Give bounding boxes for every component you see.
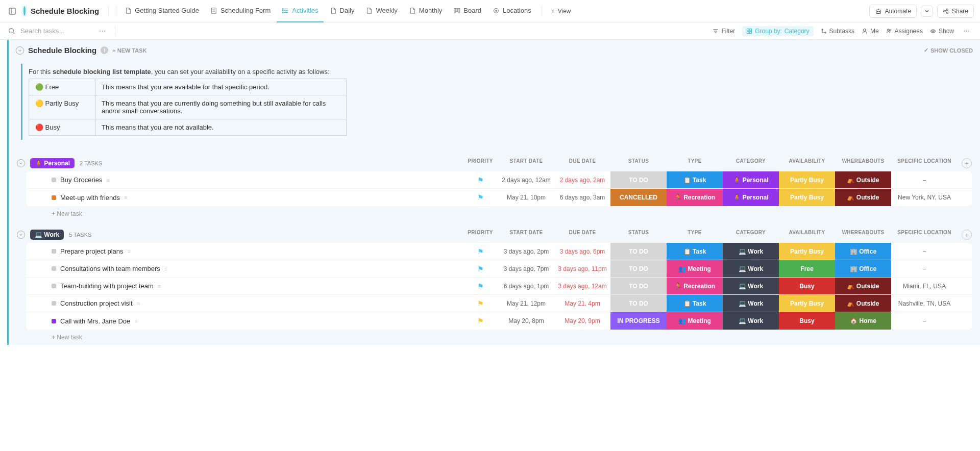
availability-cell[interactable]: Partly Busy	[779, 243, 835, 260]
start-date-cell[interactable]: 6 days ago, 1pm	[498, 278, 554, 294]
availability-cell[interactable]: Partly Busy	[779, 295, 835, 312]
due-date-cell[interactable]: 3 days ago, 11pm	[554, 260, 610, 277]
type-cell[interactable]: 📋 Task	[667, 171, 723, 188]
me-button[interactable]: Me	[862, 28, 879, 35]
collapse-group-button[interactable]	[17, 231, 25, 239]
location-cell[interactable]: –	[891, 243, 958, 260]
category-cell[interactable]: 🧍 Personal	[723, 171, 779, 188]
start-date-cell[interactable]: 3 days ago, 2pm	[498, 243, 554, 260]
due-date-cell[interactable]: May 21, 4pm	[554, 295, 610, 312]
whereabouts-cell[interactable]: 🏠 Home	[835, 312, 891, 330]
availability-cell[interactable]: Free	[779, 260, 835, 277]
task-menu-icon[interactable]: ≡	[137, 300, 140, 307]
tab-board[interactable]: Board	[448, 0, 486, 22]
tab-locations[interactable]: Locations	[487, 0, 536, 22]
search-options-button[interactable]: ⋯	[97, 27, 108, 35]
share-button[interactable]: Share	[937, 5, 974, 18]
task-row[interactable]: Team-building with project team≡⚑6 days …	[26, 278, 972, 295]
location-cell[interactable]: –	[891, 260, 958, 277]
status-square-icon[interactable]	[52, 284, 56, 288]
tab-getting-started-guide[interactable]: Getting Started Guide	[119, 0, 204, 22]
status-cell[interactable]: TO DO	[610, 295, 667, 312]
type-cell[interactable]: 📋 Task	[667, 243, 723, 260]
category-cell[interactable]: 🧍 Personal	[723, 189, 779, 206]
sidebar-toggle-icon[interactable]	[6, 5, 18, 17]
type-cell[interactable]: 📋 Task	[667, 295, 723, 312]
task-row[interactable]: Buy Groceries≡⚑2 days ago, 12am2 days ag…	[26, 171, 972, 189]
type-cell[interactable]: 🏃 Recreation	[667, 278, 723, 294]
automate-button[interactable]: Automate	[869, 5, 917, 18]
status-cell[interactable]: TO DO	[610, 243, 667, 260]
priority-cell[interactable]: ⚑	[462, 243, 498, 260]
category-cell[interactable]: 💻 Work	[723, 260, 779, 277]
workspace-logo[interactable]	[21, 5, 28, 17]
type-cell[interactable]: 🏃 Recreation	[667, 189, 723, 206]
due-date-cell[interactable]: 3 days ago, 6pm	[554, 243, 610, 260]
info-icon[interactable]: i	[101, 46, 108, 54]
header-new-task-button[interactable]: + NEW TASK	[112, 47, 146, 54]
groupby-button[interactable]: Group by: Category	[742, 26, 813, 36]
start-date-cell[interactable]: 3 days ago, 7pm	[498, 260, 554, 277]
status-square-icon[interactable]	[52, 319, 56, 323]
category-cell[interactable]: 💻 Work	[723, 243, 779, 260]
location-cell[interactable]: –	[891, 312, 958, 330]
assignees-button[interactable]: Assignees	[886, 28, 923, 35]
priority-cell[interactable]: ⚑	[462, 312, 498, 330]
task-menu-icon[interactable]: ≡	[128, 248, 131, 255]
add-view-button[interactable]: + View	[547, 5, 575, 17]
status-cell[interactable]: IN PROGRESS	[610, 312, 667, 330]
priority-cell[interactable]: ⚑	[462, 260, 498, 277]
whereabouts-cell[interactable]: ⛺ Outside	[835, 171, 891, 188]
whereabouts-cell[interactable]: ⛺ Outside	[835, 295, 891, 312]
whereabouts-cell[interactable]: 🏢 Office	[835, 243, 891, 260]
task-row[interactable]: Call with Mrs. Jane Doe≡⚑May 20, 8pmMay …	[26, 312, 972, 330]
tab-activities[interactable]: Activities	[277, 0, 323, 22]
task-row[interactable]: Construction project visit≡⚑May 21, 12pm…	[26, 295, 972, 312]
tab-monthly[interactable]: Monthly	[404, 0, 448, 22]
status-square-icon[interactable]	[52, 266, 56, 271]
availability-cell[interactable]: Busy	[779, 278, 835, 294]
start-date-cell[interactable]: May 21, 10pm	[498, 189, 554, 206]
priority-cell[interactable]: ⚑	[462, 189, 498, 206]
start-date-cell[interactable]: 2 days ago, 12am	[498, 171, 554, 188]
category-cell[interactable]: 💻 Work	[723, 295, 779, 312]
task-row[interactable]: Meet-up with friends≡⚑May 21, 10pm6 days…	[26, 189, 972, 206]
priority-cell[interactable]: ⚑	[462, 278, 498, 294]
category-cell[interactable]: 💻 Work	[723, 312, 779, 330]
start-date-cell[interactable]: May 20, 8pm	[498, 312, 554, 330]
location-cell[interactable]: New York, NY, USA	[891, 189, 958, 206]
location-cell[interactable]: Nashville, TN, USA	[891, 295, 958, 312]
task-menu-icon[interactable]: ≡	[158, 283, 161, 289]
task-menu-icon[interactable]: ≡	[106, 177, 109, 183]
whereabouts-cell[interactable]: ⛺ Outside	[835, 189, 891, 206]
task-row[interactable]: Prepare project plans≡⚑3 days ago, 2pm3 …	[26, 243, 972, 260]
status-cell[interactable]: TO DO	[610, 278, 667, 294]
availability-cell[interactable]: Partly Busy	[779, 189, 835, 206]
status-square-icon[interactable]	[52, 195, 56, 200]
task-menu-icon[interactable]: ≡	[164, 266, 167, 272]
status-cell[interactable]: TO DO	[610, 260, 667, 277]
new-task-button[interactable]: + New task	[26, 206, 977, 221]
collapse-group-button[interactable]	[17, 159, 25, 167]
type-cell[interactable]: 👥 Meeting	[667, 312, 723, 330]
search-input[interactable]	[20, 27, 92, 35]
location-cell[interactable]: –	[891, 171, 958, 188]
more-options-button[interactable]: ⋯	[961, 27, 972, 35]
tab-weekly[interactable]: Weekly	[360, 0, 402, 22]
status-square-icon[interactable]	[52, 301, 56, 306]
due-date-cell[interactable]: 3 days ago, 12am	[554, 278, 610, 294]
tab-daily[interactable]: Daily	[325, 0, 360, 22]
status-cell[interactable]: TO DO	[610, 171, 667, 188]
task-menu-icon[interactable]: ≡	[134, 318, 137, 324]
availability-cell[interactable]: Partly Busy	[779, 171, 835, 188]
tab-scheduling-form[interactable]: Scheduling Form	[205, 0, 276, 22]
task-menu-icon[interactable]: ≡	[124, 194, 127, 201]
priority-cell[interactable]: ⚑	[462, 295, 498, 312]
whereabouts-cell[interactable]: ⛺ Outside	[835, 278, 891, 294]
status-square-icon[interactable]	[52, 178, 56, 182]
automate-dropdown[interactable]	[921, 6, 933, 17]
add-column-button[interactable]: +	[962, 158, 972, 168]
whereabouts-cell[interactable]: 🏢 Office	[835, 260, 891, 277]
add-column-button[interactable]: +	[962, 230, 972, 240]
location-cell[interactable]: Miami, FL, USA	[891, 278, 958, 294]
